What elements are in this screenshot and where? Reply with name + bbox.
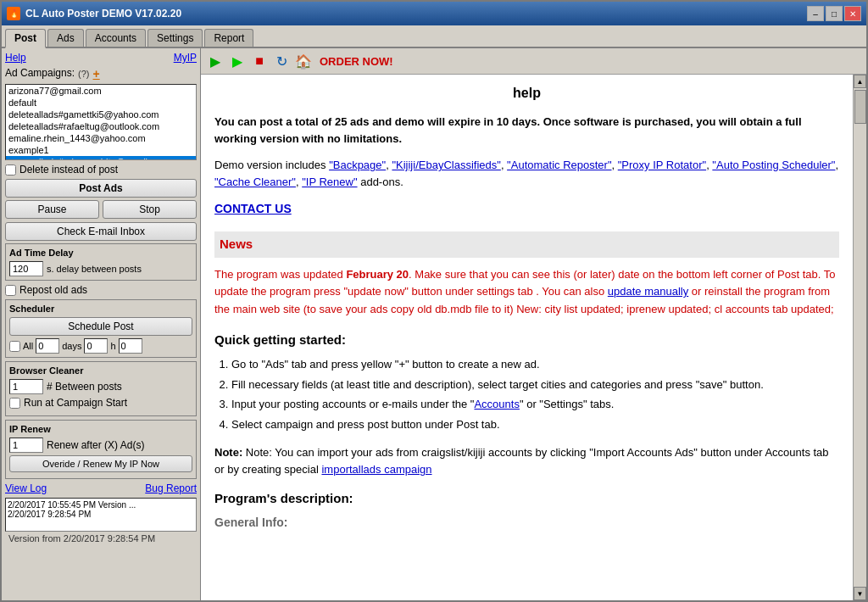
tab-bar: Post Ads Accounts Settings Report: [2, 25, 866, 48]
pause-button[interactable]: Pause: [5, 200, 99, 219]
scheduler-h-input[interactable]: [84, 338, 108, 354]
delete-checkbox-row: Delete instead of post: [5, 164, 197, 176]
contact-us-link[interactable]: CONTACT US: [214, 200, 839, 218]
left-panel: Help MyIP Ad Campaigns: (?) + arizona77@…: [2, 48, 201, 600]
campaign-list[interactable]: arizona77@gmail.com default deleteallads…: [5, 84, 197, 160]
list-item-selected[interactable]: renewallads#arizonawhite@gmail.com: [6, 156, 196, 160]
view-log-link[interactable]: View Log: [5, 482, 47, 494]
note-text: Note: Note: You can import your ads from…: [214, 444, 839, 477]
tab-report[interactable]: Report: [204, 29, 253, 47]
app-icon-text: 🔥: [9, 9, 19, 18]
quick-item3-suffix: " or "Settings" tabs.: [520, 398, 614, 410]
scheduler-m-input[interactable]: [119, 338, 142, 354]
ip-renew-input[interactable]: [9, 438, 43, 453]
bc-checkbox-row: Run at Campaign Start: [9, 397, 192, 409]
demo-link-backpage[interactable]: "Backpage": [329, 159, 386, 171]
list-item[interactable]: emaline.rhein_1443@yahoo.com: [6, 132, 196, 144]
demo-link-cache[interactable]: "Cache Cleaner": [214, 176, 296, 188]
override-renew-button[interactable]: Overide / Renew My IP Now: [9, 455, 192, 472]
home-icon[interactable]: 🏠: [294, 52, 313, 70]
title-bar: 🔥 CL Auto Poster DEMO V17.02.20 – □ ✕: [2, 2, 866, 25]
ad-time-delay-group: Ad Time Delay s. delay between posts: [5, 243, 197, 281]
demo-link-kijiji[interactable]: "Kijiji/EbayClassifieds": [392, 159, 500, 171]
links-row: Help MyIP: [5, 52, 197, 64]
demo-link-autoscheduler[interactable]: "Auto Posting Scheduler": [712, 159, 835, 171]
scrollbar-up-btn[interactable]: ▲: [854, 75, 866, 88]
scrollbar-thumb[interactable]: [854, 90, 866, 124]
demo-link-autoreposter[interactable]: "Automatic Reposter": [507, 159, 611, 171]
news-title: News: [214, 231, 839, 258]
list-item: Select campaign and press post button un…: [231, 416, 839, 433]
schedule-post-button[interactable]: Schedule Post: [9, 317, 192, 336]
maximize-button[interactable]: □: [826, 6, 843, 21]
demo-link-proxy[interactable]: "Proxy IP Rotator": [618, 159, 706, 171]
scheduler-row: All days h: [9, 338, 192, 354]
importallads-link[interactable]: importallads campaign: [321, 463, 431, 476]
repost-checkbox[interactable]: [5, 285, 16, 296]
scheduler-all-label: All: [23, 341, 33, 351]
tab-settings[interactable]: Settings: [147, 29, 203, 47]
bc-run-checkbox[interactable]: [9, 398, 20, 409]
right-panel: ▶ ▶ ■ ↻ 🏠 ORDER NOW! help You can post a…: [201, 48, 866, 600]
post-ads-button[interactable]: Post Ads: [5, 179, 197, 198]
list-item[interactable]: deleteallads#rafaeltug@outlook.com: [6, 120, 196, 132]
tab-ads[interactable]: Ads: [47, 29, 84, 47]
help-link[interactable]: Help: [5, 52, 26, 64]
list-item[interactable]: arizona77@gmail.com: [6, 85, 196, 97]
ip-renew-suffix: Renew after (X) Ad(s): [47, 439, 144, 451]
general-info: General Info:: [214, 514, 839, 532]
check-email-button[interactable]: Check E-mail Inbox: [5, 222, 197, 241]
news-prefix: The program was updated: [214, 268, 346, 281]
scheduler-group: Scheduler Schedule Post All days h: [5, 299, 197, 358]
order-now-text[interactable]: ORDER NOW!: [320, 55, 393, 68]
browser-cleaner-group: Browser Cleaner # Between posts Run at C…: [5, 361, 197, 416]
bug-report-link[interactable]: Bug Report: [145, 482, 197, 494]
quick-item2: Fill necessary fields (at least title an…: [231, 378, 764, 391]
demo-prefix: Demo version includes: [214, 159, 329, 171]
scheduler-days-input[interactable]: [36, 338, 59, 354]
demo-link-iprenew[interactable]: "IP Renew": [302, 176, 357, 188]
delay-suffix: s. delay between posts: [47, 264, 142, 274]
browser-cleaner-label: Browser Cleaner: [9, 365, 192, 376]
close-button[interactable]: ✕: [844, 6, 861, 21]
ip-renew-label: IP Renew: [9, 424, 192, 434]
main-window: 🔥 CL Auto Poster DEMO V17.02.20 – □ ✕ Po…: [0, 0, 868, 602]
ip-renew-row: Renew after (X) Ad(s): [9, 438, 192, 453]
myip-link[interactable]: MyIP: [174, 52, 197, 64]
app-icon: 🔥: [7, 7, 20, 20]
stop-button[interactable]: Stop: [103, 200, 197, 219]
play-green2-icon[interactable]: ▶: [228, 52, 247, 70]
campaigns-tooltip[interactable]: (?): [78, 69, 89, 79]
demo-suffix: add-ons.: [360, 176, 403, 188]
delay-row: s. delay between posts: [9, 261, 192, 276]
play-green1-icon[interactable]: ▶: [206, 52, 225, 70]
scheduler-all-checkbox[interactable]: [9, 341, 20, 352]
scrollbar-down-btn[interactable]: ▼: [854, 587, 866, 600]
refresh-icon[interactable]: ↻: [272, 52, 291, 70]
minimize-button[interactable]: –: [807, 6, 824, 21]
delete-checkbox[interactable]: [5, 164, 16, 176]
bc-value-row: # Between posts: [9, 379, 192, 394]
campaigns-add-btn[interactable]: +: [93, 67, 100, 81]
stop-icon[interactable]: ■: [250, 52, 269, 70]
list-item[interactable]: default: [6, 97, 196, 109]
list-item: Fill necessary fields (at least title an…: [231, 376, 839, 393]
bc-value-input[interactable]: [9, 379, 43, 394]
scheduler-label: Scheduler: [9, 304, 192, 314]
ad-time-delay-label: Ad Time Delay: [9, 248, 192, 258]
quick-item3-prefix: Input your posting accounts or e-mails u…: [231, 398, 474, 410]
update-manually-link[interactable]: update manually: [608, 285, 688, 298]
tab-accounts[interactable]: Accounts: [86, 29, 146, 47]
scroll-content[interactable]: help You can post a total of 25 ads and …: [201, 75, 853, 600]
delete-label: Delete instead of post: [19, 164, 118, 176]
list-item: Go to "Ads" tab and press yellow "+" but…: [231, 356, 839, 373]
delay-value-input[interactable]: [9, 261, 43, 276]
tab-post[interactable]: Post: [5, 29, 46, 48]
accounts-link[interactable]: Accounts: [474, 398, 519, 410]
list-item[interactable]: example1: [6, 144, 196, 156]
toolbar: ▶ ▶ ■ ↻ 🏠 ORDER NOW!: [201, 48, 866, 75]
status-bar: Version from 2/20/2017 9:28:54 PM: [5, 532, 197, 545]
log-area[interactable]: 2/20/2017 10:55:45 PM Version ... 2/20/2…: [5, 498, 197, 532]
scrollbar[interactable]: ▲ ▼: [853, 75, 866, 600]
list-item[interactable]: deleteallads#gamettki5@yahoo.com: [6, 109, 196, 120]
